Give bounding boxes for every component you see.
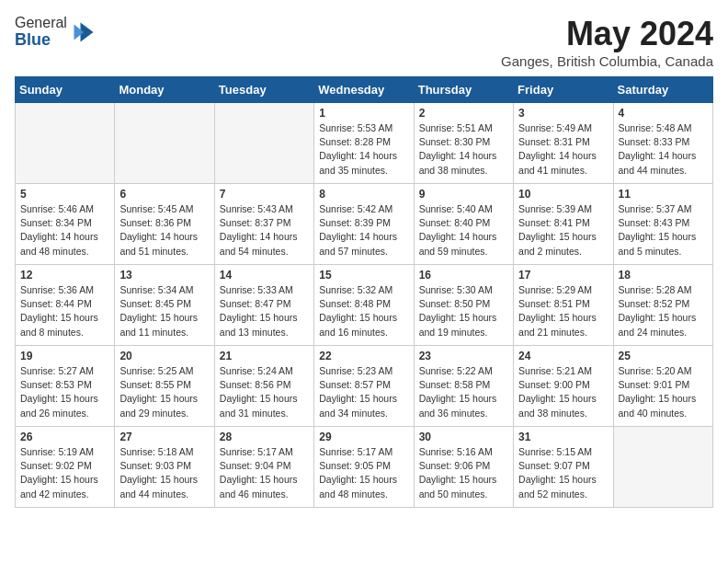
day-cell: 5Sunrise: 5:46 AM Sunset: 8:34 PM Daylig…: [16, 184, 115, 265]
day-cell: 20Sunrise: 5:25 AM Sunset: 8:55 PM Dayli…: [115, 346, 214, 427]
day-number: 24: [518, 350, 608, 362]
week-row-1: 1Sunrise: 5:53 AM Sunset: 8:28 PM Daylig…: [16, 103, 713, 184]
week-row-3: 12Sunrise: 5:36 AM Sunset: 8:44 PM Dayli…: [16, 265, 713, 346]
day-info: Sunrise: 5:25 AM Sunset: 8:55 PM Dayligh…: [119, 364, 209, 420]
day-number: 21: [220, 350, 309, 362]
day-info: Sunrise: 5:29 AM Sunset: 8:51 PM Dayligh…: [518, 283, 608, 339]
month-title: May 2024: [501, 15, 713, 53]
day-number: 10: [518, 188, 608, 201]
day-info: Sunrise: 5:42 AM Sunset: 8:39 PM Dayligh…: [319, 202, 408, 259]
header-cell-saturday: Saturday: [613, 77, 712, 103]
day-number: 9: [419, 188, 508, 201]
day-info: Sunrise: 5:22 AM Sunset: 8:58 PM Dayligh…: [419, 364, 508, 420]
day-cell: [214, 103, 313, 184]
day-number: 26: [20, 431, 109, 443]
day-number: 15: [319, 269, 408, 282]
day-info: Sunrise: 5:49 AM Sunset: 8:31 PM Dayligh…: [518, 121, 608, 178]
day-info: Sunrise: 5:28 AM Sunset: 8:52 PM Dayligh…: [619, 283, 708, 339]
day-cell: 3Sunrise: 5:49 AM Sunset: 8:31 PM Daylig…: [514, 103, 613, 184]
day-number: 6: [119, 188, 209, 201]
day-info: Sunrise: 5:51 AM Sunset: 8:30 PM Dayligh…: [419, 121, 508, 178]
day-cell: 2Sunrise: 5:51 AM Sunset: 8:30 PM Daylig…: [414, 103, 513, 184]
day-number: 7: [220, 188, 309, 201]
day-cell: [613, 427, 712, 508]
day-info: Sunrise: 5:17 AM Sunset: 9:04 PM Dayligh…: [220, 445, 309, 501]
day-cell: 7Sunrise: 5:43 AM Sunset: 8:37 PM Daylig…: [214, 184, 313, 265]
day-info: Sunrise: 5:39 AM Sunset: 8:41 PM Dayligh…: [518, 202, 608, 259]
day-info: Sunrise: 5:19 AM Sunset: 9:02 PM Dayligh…: [20, 445, 109, 501]
day-number: 4: [619, 107, 708, 120]
day-cell: 8Sunrise: 5:42 AM Sunset: 8:39 PM Daylig…: [314, 184, 414, 265]
day-info: Sunrise: 5:30 AM Sunset: 8:50 PM Dayligh…: [419, 283, 508, 339]
day-number: 3: [518, 107, 608, 120]
week-row-4: 19Sunrise: 5:27 AM Sunset: 8:53 PM Dayli…: [16, 346, 713, 427]
day-info: Sunrise: 5:17 AM Sunset: 9:05 PM Dayligh…: [319, 445, 408, 501]
day-cell: 17Sunrise: 5:29 AM Sunset: 8:51 PM Dayli…: [514, 265, 613, 346]
day-cell: 29Sunrise: 5:17 AM Sunset: 9:05 PM Dayli…: [314, 427, 414, 508]
day-cell: 22Sunrise: 5:23 AM Sunset: 8:57 PM Dayli…: [314, 346, 414, 427]
day-info: Sunrise: 5:27 AM Sunset: 8:53 PM Dayligh…: [20, 364, 109, 420]
day-number: 5: [20, 188, 109, 201]
day-info: Sunrise: 5:23 AM Sunset: 8:57 PM Dayligh…: [319, 364, 408, 420]
day-cell: 1Sunrise: 5:53 AM Sunset: 8:28 PM Daylig…: [314, 103, 414, 184]
day-number: 27: [119, 431, 209, 443]
header-cell-sunday: Sunday: [16, 77, 115, 103]
day-cell: 13Sunrise: 5:34 AM Sunset: 8:45 PM Dayli…: [115, 265, 214, 346]
day-info: Sunrise: 5:32 AM Sunset: 8:48 PM Dayligh…: [319, 283, 408, 339]
day-info: Sunrise: 5:53 AM Sunset: 8:28 PM Dayligh…: [319, 121, 408, 178]
day-number: 18: [619, 269, 708, 282]
logo-blue: Blue: [15, 31, 67, 50]
day-number: 16: [419, 269, 508, 282]
logo-general: General: [15, 15, 67, 31]
day-cell: 27Sunrise: 5:18 AM Sunset: 9:03 PM Dayli…: [115, 427, 214, 508]
day-cell: 10Sunrise: 5:39 AM Sunset: 8:41 PM Dayli…: [514, 184, 613, 265]
day-number: 11: [619, 188, 708, 201]
logo: General Blue: [15, 15, 97, 49]
header-cell-monday: Monday: [115, 77, 214, 103]
day-number: 20: [119, 350, 209, 362]
day-cell: 9Sunrise: 5:40 AM Sunset: 8:40 PM Daylig…: [414, 184, 513, 265]
day-number: 23: [419, 350, 508, 362]
day-info: Sunrise: 5:18 AM Sunset: 9:03 PM Dayligh…: [119, 445, 209, 501]
title-block: May 2024 Ganges, British Columbia, Canad…: [501, 15, 713, 69]
day-number: 19: [20, 350, 109, 362]
day-number: 17: [518, 269, 608, 282]
day-cell: 31Sunrise: 5:15 AM Sunset: 9:07 PM Dayli…: [514, 427, 613, 508]
day-cell: 23Sunrise: 5:22 AM Sunset: 8:58 PM Dayli…: [414, 346, 513, 427]
day-cell: 28Sunrise: 5:17 AM Sunset: 9:04 PM Dayli…: [214, 427, 313, 508]
day-cell: 19Sunrise: 5:27 AM Sunset: 8:53 PM Dayli…: [16, 346, 115, 427]
day-info: Sunrise: 5:34 AM Sunset: 8:45 PM Dayligh…: [119, 283, 209, 339]
day-number: 2: [419, 107, 508, 120]
day-number: 29: [319, 431, 408, 443]
location: Ganges, British Columbia, Canada: [501, 53, 713, 69]
day-cell: 16Sunrise: 5:30 AM Sunset: 8:50 PM Dayli…: [414, 265, 513, 346]
logo-icon: [71, 19, 97, 45]
day-number: 8: [319, 188, 408, 201]
page-header: General Blue May 2024 Ganges, British Co…: [15, 15, 713, 69]
day-cell: 11Sunrise: 5:37 AM Sunset: 8:43 PM Dayli…: [613, 184, 712, 265]
day-info: Sunrise: 5:40 AM Sunset: 8:40 PM Dayligh…: [419, 202, 508, 259]
day-number: 1: [319, 107, 408, 120]
day-number: 28: [220, 431, 309, 443]
day-cell: 30Sunrise: 5:16 AM Sunset: 9:06 PM Dayli…: [414, 427, 513, 508]
day-number: 22: [319, 350, 408, 362]
day-cell: [115, 103, 214, 184]
day-info: Sunrise: 5:21 AM Sunset: 9:00 PM Dayligh…: [518, 364, 608, 420]
day-number: 25: [619, 350, 708, 362]
header-cell-wednesday: Wednesday: [314, 77, 414, 103]
day-number: 31: [518, 431, 608, 443]
day-info: Sunrise: 5:33 AM Sunset: 8:47 PM Dayligh…: [220, 283, 309, 339]
day-info: Sunrise: 5:36 AM Sunset: 8:44 PM Dayligh…: [20, 283, 109, 339]
day-cell: [16, 103, 115, 184]
day-info: Sunrise: 5:24 AM Sunset: 8:56 PM Dayligh…: [220, 364, 309, 420]
day-cell: 26Sunrise: 5:19 AM Sunset: 9:02 PM Dayli…: [16, 427, 115, 508]
day-cell: 12Sunrise: 5:36 AM Sunset: 8:44 PM Dayli…: [16, 265, 115, 346]
week-row-2: 5Sunrise: 5:46 AM Sunset: 8:34 PM Daylig…: [16, 184, 713, 265]
day-cell: 21Sunrise: 5:24 AM Sunset: 8:56 PM Dayli…: [214, 346, 313, 427]
day-info: Sunrise: 5:48 AM Sunset: 8:33 PM Dayligh…: [619, 121, 708, 178]
header-cell-thursday: Thursday: [414, 77, 513, 103]
calendar-table: SundayMondayTuesdayWednesdayThursdayFrid…: [15, 76, 713, 508]
day-cell: 6Sunrise: 5:45 AM Sunset: 8:36 PM Daylig…: [115, 184, 214, 265]
day-cell: 25Sunrise: 5:20 AM Sunset: 9:01 PM Dayli…: [613, 346, 712, 427]
day-cell: 24Sunrise: 5:21 AM Sunset: 9:00 PM Dayli…: [514, 346, 613, 427]
